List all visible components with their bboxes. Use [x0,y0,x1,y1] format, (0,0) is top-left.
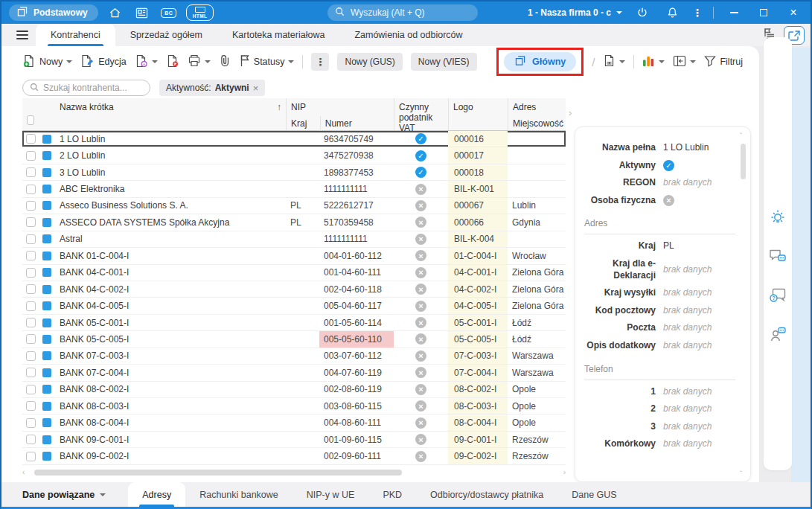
table-row[interactable]: BANK 08-C-003-I 003-08-60-115 08-C-003-I… [22,398,566,414]
new-gus-button[interactable]: Nowy (GUS) [337,53,402,71]
horizontal-scrollbar[interactable]: ‹ › [22,469,566,476]
row-checkbox[interactable] [26,368,36,377]
row-checkbox[interactable] [26,234,36,244]
scroll-right-icon[interactable]: › [563,468,566,476]
attachment-button[interactable] [219,54,231,69]
help-icon[interactable]: ? [769,287,787,307]
table-row[interactable]: Astral 1111111111 BIL-K-004 [22,231,566,248]
column-header-name[interactable]: Nazwa krótka [55,98,286,130]
remove-filter-icon[interactable] [253,83,259,94]
lightbulb-icon[interactable] [770,210,786,229]
document-info-button[interactable] [135,54,158,70]
tab-nip-y-w-ue[interactable]: NIP-y w UE [292,482,369,507]
table-row[interactable]: BANK 05-C-005-I 005-05-60-110 05-C-005-I… [22,331,566,348]
column-expander-icon[interactable]: › [569,107,572,118]
column-header-adres[interactable]: Adres Miejscowość [508,98,566,130]
row-checkbox[interactable] [26,151,36,161]
minimize-button[interactable] [724,4,744,22]
table-row[interactable]: BANK 08-C-002-I 002-08-60-119 08-C-002-I… [22,382,566,398]
detail-panel-scrollbar[interactable]: ˆ ˇ [740,132,747,477]
table-row[interactable]: BANK 04-C-002-I 002-04-60-118 04-C-002-I… [22,281,566,298]
filter-button[interactable]: Filtruj [704,55,743,69]
layout-copy-button[interactable] [603,54,625,69]
tab-pkd[interactable]: PKD [368,482,416,507]
table-row[interactable]: 2 LO Lublin 3475270938 000017 [22,147,566,164]
table-row[interactable]: BANK 07-C-003-I 003-07-60-112 07-C-003-I… [22,348,566,365]
new-vies-button[interactable]: Nowy (VIES) [411,53,477,71]
home-icon[interactable] [106,4,125,22]
row-checkbox[interactable] [26,318,36,327]
company-selector[interactable]: 1 - Nasza firma 0 - c [528,7,622,18]
contact-person-icon[interactable] [769,326,787,345]
scroll-down-icon[interactable]: ˇ [740,470,742,477]
row-checkbox[interactable] [26,435,36,444]
column-header-kraj[interactable]: Kraj [287,116,320,131]
hamburger-menu-icon[interactable] [9,24,36,46]
tab-kartoteka-materiałowa[interactable]: Kartoteka materiałowa [217,24,339,46]
power-icon[interactable] [633,4,652,22]
row-checkbox[interactable] [26,217,36,227]
column-header-numer[interactable]: Numer [320,116,394,131]
html-module-icon[interactable]: HTML [186,4,214,22]
table-row[interactable]: 1 LO Lublin 9634705749 000016 [22,131,566,147]
maximize-button[interactable] [754,4,773,22]
column-header-nip[interactable]: NIP Kraj Numer [286,98,394,130]
table-row[interactable]: BANK 09-C-002-I 002-09-60-111 09-C-002-I… [22,448,566,464]
tab-adresy[interactable]: Adresy [128,482,185,507]
close-button[interactable] [784,4,803,22]
table-row[interactable]: BANK 07-C-004-I 004-07-60-119 07-C-004-I… [22,365,566,381]
column-header-vat[interactable]: Czynny podatnik VAT [394,98,448,130]
row-checkbox[interactable] [26,334,36,344]
column-header-miejscowosc[interactable]: Miejscowość [508,116,568,131]
table-row[interactable]: BANK 08-C-004-I 004-08-60-111 08-C-004-I… [22,414,566,431]
chart-view-button[interactable] [642,55,665,69]
table-row[interactable]: BANK 01-C-004-I 004-01-60-112 01-C-004-I… [22,248,566,264]
row-checkbox[interactable] [26,301,36,311]
related-data-menu[interactable]: Dane powiązane [22,482,106,507]
more-actions-button[interactable] [311,53,329,71]
table-row[interactable]: BANK 04-C-001-I 001-04-60-111 04-C-001-I… [22,265,566,281]
scrollbar-thumb[interactable] [34,470,402,476]
glowny-view-button[interactable]: Główny [504,52,576,71]
row-checkbox[interactable] [26,134,36,144]
workspace-selector[interactable]: Podstawowy [9,4,98,21]
column-header-logo[interactable]: Logo [448,98,508,130]
select-all-checkbox[interactable] [27,115,34,125]
table-row[interactable]: ASSECO DATA SYSTEMS Spółka Akcyjna PL 51… [22,214,566,231]
print-button[interactable] [188,54,211,69]
bc-module-icon[interactable]: BC [159,4,179,22]
scrollbar-thumb[interactable] [741,144,746,179]
row-checkbox[interactable] [26,284,36,294]
tab-sprzedaż-ogółem[interactable]: Sprzedaż ogółem [115,24,217,46]
chat-icon[interactable] [769,249,787,268]
row-checkbox[interactable] [26,268,36,278]
row-checkbox[interactable] [26,251,36,260]
table-row[interactable]: BANK 05-C-001-I 001-05-60-114 05-C-001-I… [22,315,566,331]
row-checkbox[interactable] [26,185,36,194]
statuses-button[interactable]: Statusy [239,54,295,69]
table-row[interactable]: ABC Elektronika 1111111111 BIL-K-001 [22,181,566,197]
tab-zamówienia-od-odbiorców[interactable]: Zamówienia od odbiorców [339,24,477,46]
panel-layout-button[interactable] [673,55,696,69]
row-checkbox[interactable] [26,385,36,394]
row-checkbox[interactable] [26,452,36,461]
tab-odbiorcy-dostawcy-płatnika[interactable]: Odbiorcy/dostawcy płatnika [416,482,557,507]
activity-filter-chip[interactable]: Aktywność: Aktywni [159,80,265,96]
scroll-up-icon[interactable]: ˆ [740,132,742,139]
table-row[interactable]: BANK 04-C-005-I 005-04-60-117 04-C-005-I… [22,298,566,314]
table-row[interactable]: BANK 09-C-001-I 001-09-60-115 09-C-001-I… [22,432,566,448]
row-checkbox[interactable] [26,401,36,411]
delete-button[interactable] [166,54,179,70]
row-checkbox[interactable] [26,351,36,361]
bell-icon[interactable] [662,4,682,22]
global-search-input[interactable]: Wyszukaj (Alt + Q) [327,4,478,21]
more-menu-icon[interactable] [692,7,703,19]
row-checkbox[interactable] [26,167,36,177]
new-button[interactable]: Nowy [22,54,72,70]
row-checkbox[interactable] [26,201,36,211]
edit-button[interactable]: Edycja [80,54,127,70]
table-row[interactable]: 3 LO Lublin 1898377453 000018 [22,164,566,181]
tab-kontrahenci[interactable]: Kontrahenci [36,24,115,46]
scroll-left-icon[interactable]: ‹ [22,468,25,476]
tab-rachunki-bankowe[interactable]: Rachunki bankowe [185,482,292,507]
